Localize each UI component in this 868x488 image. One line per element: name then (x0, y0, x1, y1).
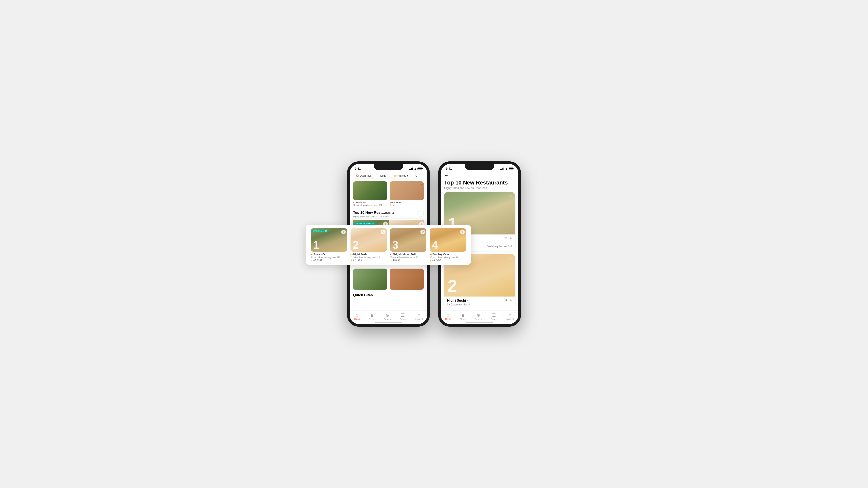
nav-home[interactable]: ⌂ Home (352, 312, 362, 321)
dashpass-logo-icon: 🏷 (353, 201, 355, 204)
popup-dash-logo-1: 🏷 (311, 253, 313, 256)
popup-star-3: ★ (390, 259, 392, 261)
search-icon-2: ⊕ (476, 313, 480, 318)
status-icons: ▲ (409, 167, 422, 170)
popup-card1-img: 20% off, up to $5 1 ♡ (311, 228, 347, 252)
popup-star-1: ★ (311, 259, 313, 261)
home-indicator-1 (375, 322, 402, 323)
wifi-icon: ▲ (414, 167, 416, 170)
lilwoo-img: ♥ (390, 181, 424, 200)
detail-nigiri-name-row: Nigiri Sushi 🏷 21 min (447, 299, 512, 302)
popup-card-1[interactable]: 20% off, up to $5 1 ♡ 🏷 Rosario's 24 min… (309, 228, 349, 261)
detail-heart-1[interactable]: ♡ (509, 195, 513, 199)
notch-2 (465, 164, 494, 170)
signal-bars-2 (500, 167, 504, 170)
popup-badge-1: 20% off, up to $5 (312, 230, 328, 232)
chip-dashpass[interactable]: 🏠 DashPass (353, 173, 374, 179)
detail-nigiri-name-text: Nigiri Sushi 🏷 (447, 299, 469, 302)
featured-restaurant-row: 🏷 Sushi Bar 30 min • Free delivery over … (350, 181, 427, 209)
gem-card-2[interactable] (390, 268, 424, 290)
popup-card2-meta: 21 min • Free delivery over $12 (350, 256, 387, 259)
popup-fav-3[interactable]: ♡ (421, 230, 425, 234)
popup-star-2: ★ (350, 259, 352, 261)
popup-rank-2: 2 (352, 239, 359, 250)
sushibar-meta: 30 min • Free delivery over $12 (353, 204, 387, 206)
ratings-label: Ratings (398, 174, 406, 177)
nav-pickup[interactable]: ♟ Pickup (367, 312, 377, 321)
home-icon: ⌂ (355, 313, 358, 318)
search-icon: ⊕ (385, 313, 389, 318)
account-icon-2: ○ (509, 313, 512, 318)
featured-card-lilwoo[interactable]: ♥ 🏷 Lil Woo 30 min • (390, 181, 424, 207)
popup-card1-rating: ★ 4.9 (103) (311, 259, 347, 261)
gem-card-1[interactable] (353, 268, 387, 290)
hidden-gems-row (350, 268, 427, 291)
nav-orders[interactable]: ☰ Orders (398, 312, 408, 321)
chip-pickup[interactable]: Pickup (376, 173, 389, 179)
nav-account-label: Account (415, 318, 423, 320)
nav2-orders-label: Orders (491, 318, 497, 321)
battery (417, 167, 422, 170)
phone1-wrapper: 9:41 ▲ (347, 161, 430, 327)
top10-arrow-btn[interactable]: → (417, 210, 424, 217)
detail-rosarios-time: 24 min (504, 237, 512, 240)
popup-card2-img: 2 ♡ (350, 228, 387, 252)
nav-orders-label: Orders (400, 318, 406, 321)
chip-more[interactable]: U (412, 173, 420, 179)
popup-fav-4[interactable]: ♡ (460, 230, 465, 234)
popup-card-4[interactable]: 4 ♡ 🏷 Bombay Cafe 15 min • Free delivery… (428, 228, 468, 261)
popup-fav-1[interactable]: ♡ (341, 230, 346, 234)
popup-rank-4: 4 (432, 239, 438, 250)
status-time: 9:41 (355, 167, 361, 170)
popup-dash-logo-2: 🏷 (350, 253, 352, 256)
popup-card2-rating: ★ 4.8 (78) (350, 259, 387, 261)
chip-ratings[interactable]: ⭐ Ratings ▾ (391, 173, 411, 179)
nav2-home-label: Home (445, 318, 451, 320)
dashpass-badge-2: 🏷 (467, 299, 469, 302)
filter-chips: 🏠 DashPass Pickup ⭐ Ratings ▾ U (350, 171, 427, 181)
quick-bites-label: Quick Bites (353, 293, 373, 297)
detail-nigiri-time: 21 min (504, 299, 512, 302)
back-button[interactable]: ← (444, 173, 448, 178)
nav2-account-label: Account (506, 318, 514, 320)
scene: 9:41 ▲ (286, 161, 582, 327)
dashpass-icon: 🏠 (356, 174, 359, 177)
nav2-home[interactable]: ⌂ Home (443, 312, 453, 321)
lilwoo-heart-icon[interactable]: ♥ (421, 183, 423, 186)
gem-card2-img (390, 268, 424, 290)
dashpass-logo-icon2: 🏷 (390, 201, 392, 204)
nav2-pickup-label: Pickup (460, 318, 466, 321)
popup-card-3[interactable]: 3 ♡ 🏷 Neighborhood Deli 35 min • Free de… (389, 228, 428, 261)
popup-card4-name: 🏷 Bombay Cafe (430, 253, 466, 256)
detail-heart-2[interactable]: ♡ (509, 257, 513, 261)
detail-nigiri-name-label: Nigiri Sushi (447, 299, 466, 302)
nav2-pickup[interactable]: ♟ Pickup (458, 312, 468, 321)
nav2-search[interactable]: ⊕ Search (473, 312, 484, 321)
nav-pickup-label: Pickup (369, 318, 375, 321)
popup-card4-meta: 15 min • Free delivery over $1 (430, 256, 466, 259)
nav2-account[interactable]: ○ Account (504, 312, 516, 321)
lilwoo-info: 🏷 Lil Woo 30 min • (390, 200, 424, 207)
battery-fill (418, 168, 422, 169)
back-header: ← (441, 171, 518, 178)
detail-rosarios-delivery: $0 delivery fee over $12 (487, 245, 512, 248)
popup-star-4: ★ (430, 259, 432, 261)
popup-card3-rating: ★ 4.8 (56) (390, 259, 426, 261)
top10-subtitle: Highly rated and new on DoorDash (353, 215, 395, 218)
nav-search[interactable]: ⊕ Search (382, 312, 393, 321)
notch (374, 164, 403, 170)
popup-card4-rating: ★ 4.7 (45) (430, 259, 466, 261)
popup-card3-img: 3 ♡ (390, 228, 426, 252)
gem-card1-img (353, 268, 387, 290)
featured-card-sushiBar[interactable]: 🏷 Sushi Bar 30 min • Free delivery over … (353, 181, 387, 207)
nav-account[interactable]: ○ Account (413, 312, 425, 321)
orders-icon-2: ☰ (492, 313, 496, 318)
percent-icon: % (356, 223, 358, 225)
wifi-icon-2: ▲ (505, 167, 508, 170)
detail-nigiri-info: Nigiri Sushi 🏷 21 min $ • Japanese, Sush… (444, 296, 515, 306)
popup-card4-img: 4 ♡ (430, 228, 466, 252)
lilwoo-name: 🏷 Lil Woo (390, 201, 424, 204)
popup-card-2[interactable]: 2 ♡ 🏷 Nigiri Sushi 21 min • Free deliver… (349, 228, 389, 261)
nav2-orders[interactable]: ☰ Orders (489, 312, 499, 321)
popup-fav-2[interactable]: ♡ (381, 230, 385, 234)
